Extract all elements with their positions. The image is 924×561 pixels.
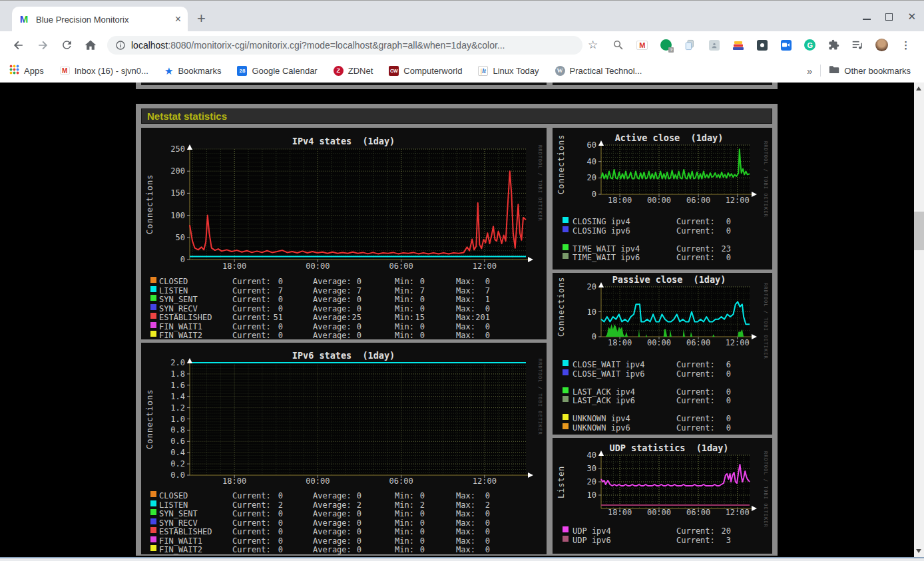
bookmark-label: ZDNet [348, 66, 373, 76]
svg-text:00:00: 00:00 [647, 196, 671, 205]
meet-icon[interactable] [780, 39, 792, 51]
scrollbar-thumb[interactable] [914, 212, 924, 250]
folder-icon [829, 65, 839, 77]
rrdtool-watermark: RRDTOOL / TOBI OETIKER [763, 283, 768, 359]
legend-row: SYN_RECVCurrent:0Average:0Min:0Max:0 [141, 518, 547, 527]
legend-swatch [150, 527, 156, 533]
site-info-icon[interactable] [115, 40, 126, 51]
legend-label: UDP ipv4 [573, 526, 611, 536]
svg-text:1.0: 1.0 [170, 415, 185, 424]
legend-row: LAST_ACK ipv4Current:0 [553, 387, 772, 396]
grammarly-icon[interactable]: G [804, 39, 816, 51]
legend-value: 0 [703, 396, 731, 405]
legend-row: TIME_WAIT ipv4Current:23 [553, 244, 772, 253]
legend-label: LISTEN [159, 286, 188, 295]
reload-button[interactable] [58, 37, 75, 54]
gmail-icon[interactable]: M [636, 39, 648, 51]
tab-close-icon[interactable]: × [175, 13, 181, 25]
legend-label: FIN_WAIT2 [159, 331, 202, 339]
bookmark-star-icon[interactable]: ☆ [588, 38, 598, 52]
window-close-button[interactable]: ✕ [907, 13, 916, 21]
legend-swatch [150, 322, 156, 328]
window-maximize-button[interactable] [885, 13, 893, 21]
svg-text:06:00: 06:00 [686, 508, 710, 517]
forward-button[interactable] [34, 37, 51, 54]
svg-text:12:00: 12:00 [473, 476, 497, 486]
svg-text:10: 10 [587, 490, 596, 500]
flashlight-icon[interactable] [756, 39, 768, 51]
bookmark-label: Practical Technol... [570, 66, 642, 76]
legend-swatch [563, 526, 569, 532]
legend-value: 2 [467, 500, 490, 510]
legend-swatch [563, 244, 569, 250]
bookmark-item[interactable]: Apps [9, 65, 44, 77]
page-scrollbar[interactable] [914, 83, 924, 557]
bookmark-item[interactable]: ★Bookmarks [164, 66, 221, 76]
svg-text:00:00: 00:00 [647, 508, 671, 517]
graph-panel-active: Active close (1day)020406018:0000:0006:0… [553, 128, 772, 270]
legend-value: 2 [258, 500, 283, 510]
legend-value: 6 [703, 360, 731, 369]
home-button[interactable] [82, 37, 99, 54]
bookmark-item[interactable]: CWComputerworld [389, 66, 462, 76]
bookmarks-overflow-chevron[interactable]: » [807, 65, 812, 77]
person-icon[interactable] [708, 39, 720, 51]
svg-text:18:00: 18:00 [608, 338, 632, 347]
svg-text:20: 20 [587, 282, 596, 291]
url-bar[interactable]: localhost:8080/monitorix-cgi/monitorix.c… [107, 36, 582, 55]
svg-text:06:00: 06:00 [686, 196, 710, 205]
new-tab-button[interactable]: + [197, 11, 206, 26]
legend-value: 0 [339, 331, 361, 339]
scroll-down-arrow[interactable] [916, 549, 921, 553]
legend-value: 0 [339, 536, 361, 546]
menu-dots-icon[interactable]: ⋮ [899, 39, 912, 51]
bookmark-item[interactable]: ZZDNet [334, 66, 373, 76]
scroll-up-arrow[interactable] [916, 87, 921, 91]
legend-row: CLOSING ipv6Current:0 [553, 226, 772, 235]
legend-value: 0 [703, 369, 731, 379]
back-button[interactable] [10, 37, 27, 54]
legend-value: 20 [703, 526, 731, 536]
legend-value: 0 [339, 509, 361, 518]
svg-text:1.6: 1.6 [170, 381, 185, 390]
tab-strip: M Blue Precision Monitorix × + ✕ [0, 0, 924, 31]
legend-row: TIME_WAIT ipv6Current:0 [553, 253, 772, 262]
legend-label: LAST_ACK ipv4 [573, 387, 635, 397]
bookmark-item[interactable]: MInbox (16) - sjvn0... [60, 66, 148, 76]
copy-icon[interactable] [684, 39, 696, 51]
playlist-icon[interactable] [851, 39, 864, 51]
bookmark-label: Google Calendar [252, 66, 317, 76]
other-bookmarks[interactable]: Other bookmarks [829, 65, 911, 77]
bookmark-item[interactable]: |ltLinux Today [478, 66, 539, 76]
legend-value: 0 [467, 518, 490, 528]
legend-swatch [150, 491, 156, 497]
svg-text:12:00: 12:00 [726, 338, 750, 347]
legend-row: LISTENCurrent:2Average:2Min:2Max:2 [141, 500, 547, 509]
svg-text:20: 20 [587, 173, 596, 182]
netstat-section: Netstat statistics IPv4 states (1day)050… [136, 104, 778, 556]
legend-swatch [563, 423, 569, 429]
books-icon[interactable] [732, 39, 744, 51]
zdnet-icon: Z [334, 66, 344, 76]
legend-value: 0 [402, 331, 425, 339]
svg-text:250: 250 [170, 144, 185, 154]
legend-value: 0 [339, 322, 361, 331]
search-icon[interactable] [612, 39, 624, 51]
svg-text:150: 150 [170, 188, 185, 198]
browser-toolbar: localhost:8080/monitorix-cgi/monitorix.c… [0, 31, 924, 59]
legend-label: CLOSING ipv6 [573, 226, 630, 236]
svg-text:06:00: 06:00 [389, 262, 413, 271]
bookmark-item[interactable]: WPractical Technol... [555, 66, 642, 76]
browser-tab[interactable]: M Blue Precision Monitorix × [12, 7, 188, 32]
gmail-icon: M [60, 67, 70, 75]
bookmark-item[interactable]: 28Google Calendar [237, 66, 317, 76]
legend-label: SYN_SENT [159, 509, 198, 518]
svg-text:0.8: 0.8 [170, 425, 185, 435]
window-minimize-button[interactable] [863, 19, 871, 20]
svg-text:18:00: 18:00 [222, 476, 246, 486]
extensions-puzzle-icon[interactable] [827, 39, 840, 51]
svg-text:0.4: 0.4 [170, 448, 185, 457]
profile-avatar[interactable] [875, 39, 888, 51]
legend-value: 0 [339, 491, 361, 500]
voice-icon[interactable]: ? [660, 39, 672, 51]
